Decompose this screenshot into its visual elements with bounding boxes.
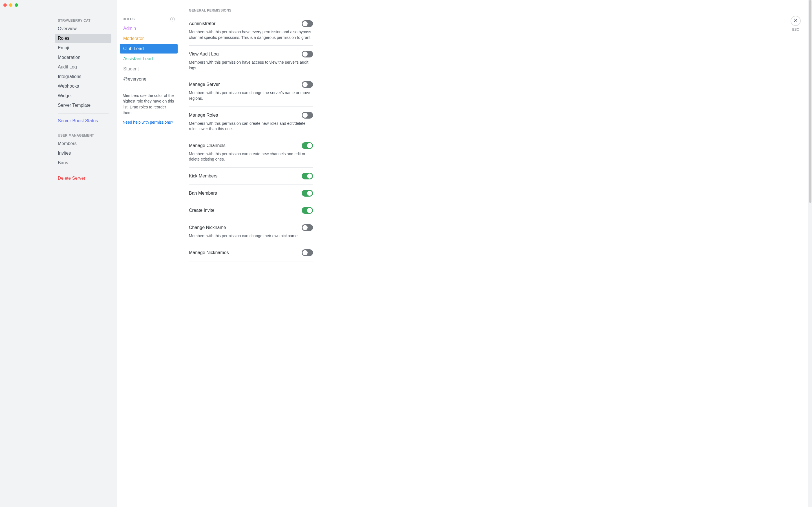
permission-item: Change NicknameMembers with this permiss… [189,219,313,244]
sidebar-item-overview[interactable]: Overview [55,24,111,33]
sidebar-item-boost-status[interactable]: Server Boost Status [55,116,111,125]
toggle-knob [303,113,308,118]
permission-toggle[interactable] [302,207,313,214]
permission-description: Members with this permission can create … [189,151,313,162]
permission-toggle[interactable] [302,224,313,231]
permission-item: Manage Nicknames [189,244,313,262]
add-role-button[interactable]: + [170,17,175,21]
sidebar-item-delete-server[interactable]: Delete Server [55,174,111,183]
role-item[interactable]: Admin [120,24,177,33]
sidebar-item-webhooks[interactable]: Webhooks [55,82,111,91]
toggle-knob [307,173,312,179]
permission-toggle[interactable] [302,81,313,88]
sidebar-separator [58,113,109,114]
roles-divider [123,88,175,88]
permission-title: Manage Roles [189,113,218,118]
main-content: ROLES + AdminModeratorClub LeadAssistant… [117,0,812,507]
permission-toggle[interactable] [302,20,313,27]
role-item[interactable]: Assistant Lead [120,54,177,64]
role-item[interactable]: @everyone [120,74,177,84]
role-item[interactable]: Student [120,64,177,74]
sidebar-separator [58,171,109,171]
sidebar-item-bans[interactable]: Bans [55,158,111,167]
permissions-section-header: GENERAL PERMISSIONS [189,8,313,12]
permission-item: Kick Members [189,168,313,185]
role-item[interactable]: Moderator [120,34,177,43]
permission-item: Create Invite [189,202,313,219]
permission-title: Kick Members [189,173,217,179]
window-minimize-dot[interactable] [9,3,12,7]
roles-header-label: ROLES [123,17,135,21]
toggle-knob [307,191,312,196]
permission-title: Administrator [189,21,215,26]
toggle-knob [303,82,308,87]
permission-item: View Audit LogMembers with this permissi… [189,46,313,76]
sidebar-item-invites[interactable]: Invites [55,149,111,158]
sidebar-separator [58,129,109,129]
toggle-knob [303,250,308,255]
permission-title: View Audit Log [189,52,219,57]
permission-title: Change Nickname [189,225,226,230]
scrollbar-thumb[interactable] [809,0,811,203]
permission-description: Members with this permission can create … [189,121,313,132]
sidebar-item-audit-log[interactable]: Audit Log [55,62,111,71]
permissions-help-link[interactable]: Need help with permissions? [120,120,177,124]
permission-item: Manage ChannelsMembers with this permiss… [189,137,313,168]
close-settings-area: ESC [791,16,801,32]
permission-item: Manage ServerMembers with this permissio… [189,76,313,107]
permission-description: Members with this permission can change … [189,90,313,101]
window-close-dot[interactable] [3,3,7,7]
permission-toggle[interactable] [302,112,313,119]
sidebar-item-emoji[interactable]: Emoji [55,43,111,52]
permission-description: Members with this permission have every … [189,29,313,40]
permission-toggle[interactable] [302,51,313,57]
permission-item: Ban Members [189,185,313,202]
scrollbar-track[interactable] [808,0,812,507]
toggle-knob [307,208,312,213]
permission-toggle[interactable] [302,249,313,256]
toggle-knob [303,52,308,57]
sidebar-item-widget[interactable]: Widget [55,91,111,100]
window-maximize-dot[interactable] [15,3,18,7]
permission-title: Create Invite [189,208,214,213]
permissions-column: GENERAL PERMISSIONS AdministratorMembers… [181,0,313,507]
permission-toggle[interactable] [302,190,313,196]
close-icon [794,18,798,24]
permission-toggle[interactable] [302,142,313,149]
roles-hint-text: Members use the color of the highest rol… [120,93,177,115]
toggle-knob [307,143,312,148]
roles-column: ROLES + AdminModeratorClub LeadAssistant… [117,0,181,507]
permission-toggle[interactable] [302,173,313,179]
permission-item: Manage RolesMembers with this permission… [189,107,313,137]
settings-sidebar: STRAWBERRY CAT Overview Roles Emoji Mode… [0,0,117,507]
sidebar-item-members[interactable]: Members [55,139,111,148]
sidebar-item-server-template[interactable]: Server Template [55,101,111,110]
permission-title: Manage Nicknames [189,250,229,255]
permission-title: Manage Server [189,82,220,87]
plus-icon: + [171,17,173,21]
permission-description: Members with this permission can change … [189,233,313,239]
permission-title: Ban Members [189,191,217,196]
toggle-knob [303,225,308,230]
role-item[interactable]: Club Lead [120,44,177,54]
esc-label: ESC [792,27,799,32]
permission-description: Members with this permission have access… [189,60,313,71]
sidebar-item-integrations[interactable]: Integrations [55,72,111,81]
permission-title: Manage Channels [189,143,225,148]
sidebar-item-moderation[interactable]: Moderation [55,53,111,62]
permission-item: AdministratorMembers with this permissio… [189,20,313,46]
server-name-header: STRAWBERRY CAT [55,17,111,24]
toggle-knob [303,21,308,26]
window-controls [3,3,18,7]
sidebar-item-roles[interactable]: Roles [55,34,111,43]
close-settings-button[interactable] [791,16,801,26]
app-root: STRAWBERRY CAT Overview Roles Emoji Mode… [0,0,812,507]
user-management-header: USER MANAGEMENT [55,132,111,139]
